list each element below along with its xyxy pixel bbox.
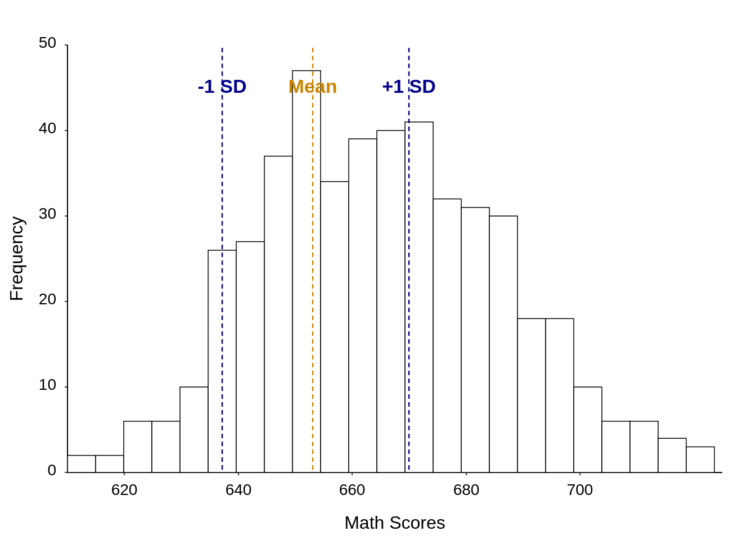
minus1sd-label: -1 SD — [198, 75, 247, 97]
bar-665 — [377, 130, 405, 472]
plus1sd-label: +1 SD — [382, 75, 435, 97]
mean-label: Mean — [289, 75, 338, 97]
bar-675 — [433, 199, 461, 472]
bar-625 — [152, 421, 180, 472]
bar-640 — [236, 242, 264, 472]
histogram-svg: // We'll use inline computations via SVG… — [0, 0, 756, 540]
bar-695 — [546, 318, 574, 472]
bar-690 — [518, 318, 546, 472]
bar-660 — [349, 139, 377, 472]
y-tick-50: 50 — [39, 34, 56, 51]
bar-680 — [461, 208, 489, 472]
y-tick-30: 30 — [39, 205, 56, 222]
x-tick-680: 680 — [453, 481, 480, 498]
bar-645 — [264, 156, 292, 472]
bar-705 — [602, 421, 630, 472]
bar-700 — [574, 387, 602, 472]
bar-615 — [96, 456, 124, 472]
y-tick-40: 40 — [39, 119, 56, 137]
x-axis-label: Math Scores — [344, 512, 446, 533]
bar-710 — [630, 421, 658, 472]
bar-655 — [321, 182, 349, 472]
x-tick-620: 620 — [111, 481, 138, 498]
bar-650 — [292, 71, 321, 472]
bar-715 — [658, 438, 686, 472]
bar-720 — [686, 447, 714, 472]
bar-610 — [68, 456, 96, 472]
x-tick-700: 700 — [567, 481, 593, 498]
x-tick-660: 660 — [339, 481, 366, 498]
bar-620 — [124, 421, 152, 472]
bar-630 — [180, 387, 208, 472]
x-tick-640: 640 — [226, 481, 252, 498]
bar-685 — [489, 216, 518, 472]
y-axis-label: Frequency — [6, 216, 26, 301]
y-tick-10: 10 — [39, 376, 56, 393]
y-tick-0: 0 — [47, 461, 56, 479]
chart-container: // We'll use inline computations via SVG… — [0, 0, 756, 540]
y-tick-20: 20 — [39, 290, 56, 308]
bar-635 — [208, 250, 236, 472]
